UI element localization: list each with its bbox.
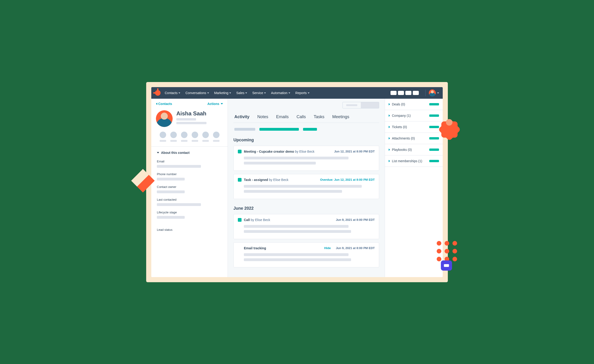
action-button[interactable]	[192, 132, 198, 138]
filter-chip[interactable]	[303, 128, 317, 131]
nav-service[interactable]: Service	[252, 91, 266, 95]
field-label-phone: Phone number	[157, 172, 222, 176]
owner-field[interactable]	[157, 190, 185, 193]
top-nav: Contacts Conversations Marketing Sales S…	[151, 87, 443, 99]
chevron-down-icon	[264, 92, 266, 94]
filter-chip[interactable]	[259, 128, 299, 131]
accordion-tickets[interactable]: Tickets (0)	[385, 121, 443, 133]
section-june-title: June 2022	[233, 206, 379, 211]
about-contact-toggle[interactable]: About this contact	[157, 151, 222, 155]
tab-notes[interactable]: Notes	[257, 114, 268, 123]
activity-card[interactable]: Meeting - Cupcake creator demo by Elise …	[233, 146, 379, 171]
activity-type-icon	[238, 178, 242, 182]
action-button[interactable]	[181, 132, 188, 138]
nav-contacts[interactable]: Contacts	[165, 91, 180, 95]
app-window: Contacts Conversations Marketing Sales S…	[151, 87, 443, 277]
placeholder	[244, 162, 316, 164]
chevron-down-icon	[245, 92, 247, 94]
tab-emails[interactable]: Emails	[276, 114, 289, 123]
action-button[interactable]	[170, 132, 177, 138]
contact-action-buttons	[156, 132, 223, 142]
accordion-playbooks[interactable]: Playbooks (0)	[385, 144, 443, 156]
placeholder	[244, 190, 342, 193]
placeholder	[202, 140, 209, 142]
placeholder	[244, 230, 351, 233]
placeholder	[213, 140, 220, 142]
placeholder	[181, 140, 188, 142]
hubspot-logo-icon[interactable]	[155, 90, 161, 96]
nav-sales[interactable]: Sales	[236, 91, 247, 95]
view-toggle-option[interactable]	[343, 102, 361, 108]
chevron-left-icon	[156, 103, 157, 105]
nav-conversations[interactable]: Conversations	[185, 91, 209, 95]
activity-title: Task - assigned by Elise Beck	[244, 178, 288, 182]
accordion-deals[interactable]: Deals (0)	[385, 99, 443, 110]
app-frame: Contacts Conversations Marketing Sales S…	[146, 82, 448, 282]
divider	[425, 90, 425, 96]
nav-utility-button[interactable]	[405, 91, 412, 95]
activity-title: Call by Elise Beck	[244, 218, 270, 222]
account-menu[interactable]	[429, 90, 439, 96]
view-toggle-option[interactable]	[361, 102, 379, 108]
activity-date: Jun 9, 2021 at 8:00 PM EDT	[336, 246, 375, 250]
placeholder	[429, 114, 439, 117]
chevron-right-icon	[389, 103, 390, 105]
chevron-down-icon	[308, 92, 310, 94]
placeholder	[244, 185, 362, 188]
chevron-down-icon	[157, 152, 159, 153]
nav-utility-button[interactable]	[391, 91, 397, 95]
field-label-email: Email	[157, 160, 222, 163]
nav-automation[interactable]: Automation	[271, 91, 290, 95]
accordion-company[interactable]: Company (1)	[385, 110, 443, 121]
placeholder	[160, 140, 166, 142]
chevron-down-icon	[221, 103, 223, 104]
action-button[interactable]	[213, 132, 220, 138]
last-contacted-field[interactable]	[157, 203, 201, 206]
chat-widget-button[interactable]	[441, 260, 452, 271]
placeholder	[176, 122, 207, 124]
chevron-down-icon	[178, 92, 180, 94]
activity-tabs: Activity Notes Emails Calls Tasks Meetin…	[233, 114, 379, 123]
tab-meetings[interactable]: Meetings	[332, 114, 349, 123]
chevron-down-icon	[437, 92, 439, 94]
nav-marketing[interactable]: Marketing	[214, 91, 231, 95]
filter-chip[interactable]	[234, 128, 255, 131]
activity-card[interactable]: Email tracking Hide Jun 9, 2021 at 8:00 …	[233, 242, 379, 267]
activity-type-icon	[238, 218, 242, 222]
hide-link[interactable]: Hide	[324, 246, 331, 250]
action-button[interactable]	[202, 132, 209, 138]
actions-dropdown[interactable]: Actions	[207, 102, 223, 106]
view-toggle	[343, 102, 379, 108]
accordion-list-memberships[interactable]: List memberships (1)	[385, 156, 443, 167]
accordion-attachments[interactable]: Attachments (0)	[385, 133, 443, 144]
chevron-down-icon	[288, 92, 290, 94]
left-sidebar: Contacts Actions Aisha Saah	[151, 99, 228, 277]
activity-panel: Activity Notes Emails Calls Tasks Meetin…	[228, 99, 385, 277]
activity-date: Jun 9, 2021 at 8:00 PM EDT	[336, 218, 375, 221]
tab-activity[interactable]: Activity	[234, 114, 250, 123]
placeholder	[244, 258, 351, 261]
placeholder	[429, 126, 439, 128]
placeholder	[192, 140, 198, 142]
lifecycle-field[interactable]	[157, 216, 185, 219]
action-button[interactable]	[160, 132, 166, 138]
activity-card[interactable]: Task - assigned by Elise Beck Overdue: J…	[233, 174, 379, 199]
chevron-right-icon	[389, 149, 390, 151]
back-to-contacts-link[interactable]: Contacts	[156, 102, 172, 106]
nav-utility-buttons	[391, 91, 419, 95]
email-field[interactable]	[157, 165, 201, 168]
contact-name: Aisha Saah	[176, 110, 223, 117]
activity-card[interactable]: Call by Elise Beck Jun 9, 2021 at 8:00 P…	[233, 214, 379, 239]
field-label-lifecycle: Lifecycle stage	[157, 211, 222, 214]
nav-utility-button[interactable]	[398, 91, 404, 95]
contact-avatar-icon	[156, 110, 173, 127]
phone-field[interactable]	[157, 178, 185, 181]
placeholder	[176, 118, 196, 120]
tab-calls[interactable]: Calls	[297, 114, 306, 123]
nav-reports[interactable]: Reports	[295, 91, 310, 95]
chevron-down-icon	[229, 92, 231, 94]
chevron-down-icon	[207, 92, 209, 94]
nav-utility-button[interactable]	[413, 91, 419, 95]
tab-tasks[interactable]: Tasks	[314, 114, 324, 123]
decoration-dots	[437, 241, 457, 261]
